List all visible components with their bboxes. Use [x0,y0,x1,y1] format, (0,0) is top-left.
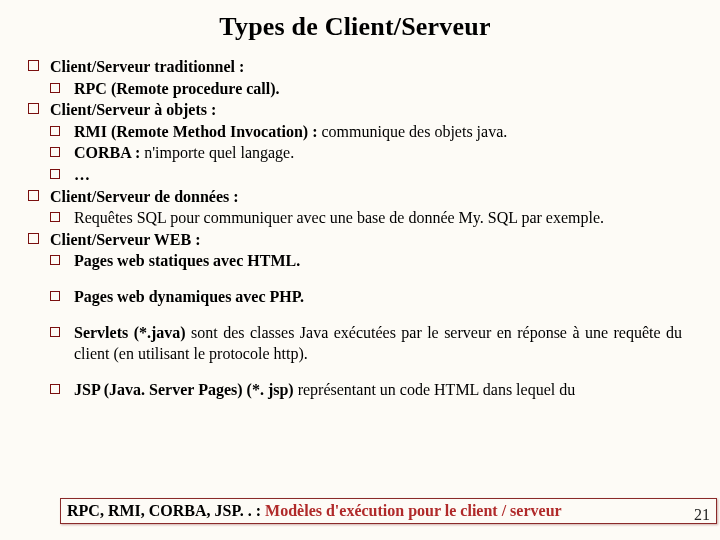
subitem-rmi: RMI (Remote Method Invocation) : communi… [50,121,682,143]
subitem-text: communique des objets java. [318,123,508,140]
spacer [50,365,682,379]
subitem-text: RPC (Remote procedure call). [74,80,280,97]
subitem-static: Pages web statiques avec HTML. [50,250,682,272]
subitem-text: représentant un code HTML dans lequel du [294,381,576,398]
subitem-text: n'importe quel langage. [140,144,294,161]
spacer [50,308,682,322]
page-number: 21 [694,506,710,524]
slide-title: Types de Client/Serveur [28,12,682,42]
item-head: Client/Serveur à objets : [50,101,216,118]
footer-accent: Modèles d'exécution pour le client / ser… [265,502,562,519]
subitem-bold: CORBA : [74,144,140,161]
subitem-dots: … [50,164,682,186]
slide: Types de Client/Serveur Client/Serveur t… [0,0,720,540]
subitem-jsp: JSP (Java. Server Pages) (*. jsp) représ… [50,379,682,401]
subitem-text: Pages web statiques avec HTML. [74,252,300,269]
subitem-servlets: Servlets (*.java) sont des classes Java … [50,322,682,365]
subitem-sql: Requêtes SQL pour communiquer avec une b… [50,207,682,229]
item-head: Client/Serveur WEB : [50,231,201,248]
item-objets: Client/Serveur à objets : RMI (Remote Me… [28,99,682,185]
subitem-text: Requêtes SQL pour communiquer avec une b… [74,209,604,226]
footer-callout: RPC, RMI, CORBA, JSP. . : Modèles d'exéc… [60,498,717,524]
item-web: Client/Serveur WEB : Pages web statiques… [28,229,682,401]
footer-plain: RPC, RMI, CORBA, JSP. . : [67,502,265,519]
item-head: Client/Serveur traditionnel : [50,58,244,75]
subitem-rpc: RPC (Remote procedure call). [50,78,682,100]
subitem-bold: JSP (Java. Server Pages) (*. jsp) [74,381,294,398]
main-list: Client/Serveur traditionnel : RPC (Remot… [28,56,682,400]
item-traditionnel: Client/Serveur traditionnel : RPC (Remot… [28,56,682,99]
subitem-corba: CORBA : n'importe quel langage. [50,142,682,164]
item-donnees: Client/Serveur de données : Requêtes SQL… [28,186,682,229]
subitem-dynamic: Pages web dynamiques avec PHP. [50,286,682,308]
subitem-bold: Servlets (*.java) [74,324,186,341]
subitem-bold: RMI (Remote Method Invocation) : [74,123,318,140]
subitem-text: Pages web dynamiques avec PHP. [74,288,304,305]
spacer [50,272,682,286]
subitem-text: … [74,166,90,183]
item-head: Client/Serveur de données : [50,188,239,205]
